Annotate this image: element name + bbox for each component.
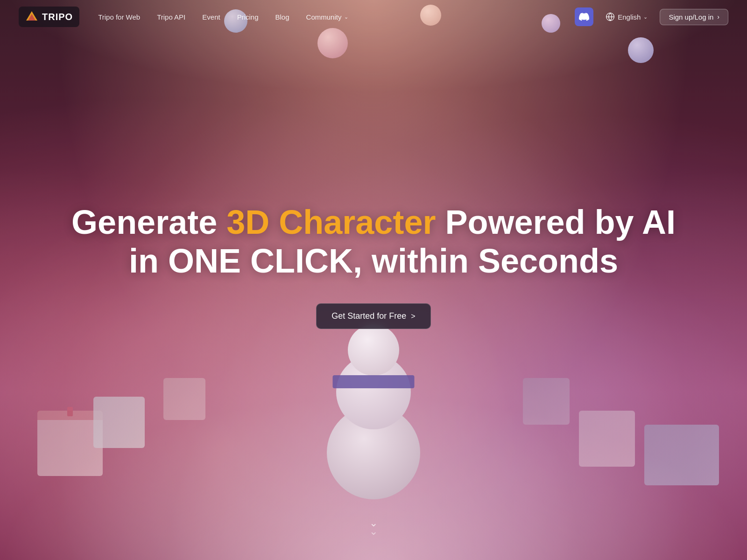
- nav-links: Tripo for Web Tripo API Event Pricing Bl…: [91, 9, 356, 25]
- scroll-indicator[interactable]: ⌄ ⌄: [369, 518, 378, 537]
- signin-arrow-icon: ›: [717, 13, 719, 21]
- title-prefix: Generate: [71, 203, 226, 241]
- nav-tripo-api[interactable]: Tripo API: [149, 9, 193, 25]
- signin-label: Sign up/Log in: [669, 13, 713, 21]
- discord-button[interactable]: [575, 7, 593, 26]
- discord-icon: [579, 12, 589, 22]
- nav-blog[interactable]: Blog: [268, 9, 297, 25]
- logo-text: TRIPO: [42, 12, 73, 22]
- logo-icon: [25, 10, 38, 23]
- language-label: English: [618, 13, 641, 21]
- title-highlight-3d: 3D Character: [226, 203, 436, 241]
- logo[interactable]: TRIPO: [19, 7, 79, 27]
- cta-button[interactable]: Get Started for Free >: [316, 303, 430, 329]
- cta-label: Get Started for Free: [331, 311, 406, 321]
- nav-pricing[interactable]: Pricing: [230, 9, 266, 25]
- hero-title-line2: in ONE CLICK, within Seconds: [71, 242, 676, 280]
- nav-event[interactable]: Event: [195, 9, 227, 25]
- nav-community[interactable]: Community ⌄: [299, 9, 356, 25]
- cta-arrow-icon: >: [411, 312, 415, 321]
- hero-content: Generate 3D Character Powered by AI in O…: [0, 0, 747, 560]
- navbar-left: TRIPO Tripo for Web Tripo API Event Pric…: [19, 7, 356, 27]
- community-chevron-icon: ⌄: [344, 14, 348, 20]
- globe-icon: [606, 12, 615, 21]
- hero-title: Generate 3D Character Powered by AI in O…: [71, 203, 676, 280]
- nav-tripo-web[interactable]: Tripo for Web: [91, 9, 148, 25]
- hero-section: TRIPO Tripo for Web Tripo API Event Pric…: [0, 0, 747, 560]
- language-chevron-icon: ⌄: [643, 14, 648, 20]
- scroll-chevron-2: ⌄: [369, 526, 378, 537]
- title-suffix: Powered by AI: [445, 203, 675, 241]
- hero-title-line1: Generate 3D Character Powered by AI: [71, 203, 676, 242]
- navbar: TRIPO Tripo for Web Tripo API Event Pric…: [0, 0, 747, 34]
- navbar-right: English ⌄ Sign up/Log in ›: [575, 7, 728, 26]
- language-selector[interactable]: English ⌄: [601, 9, 652, 24]
- signin-button[interactable]: Sign up/Log in ›: [660, 9, 728, 25]
